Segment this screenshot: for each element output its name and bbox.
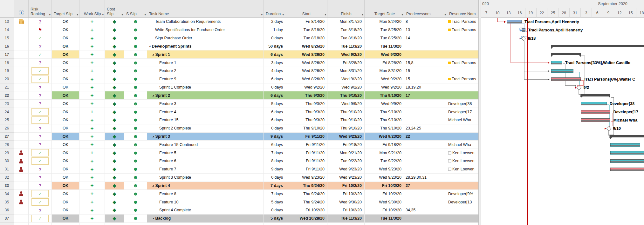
cell-risk-ranking[interactable]: ? bbox=[29, 165, 52, 174]
cell-target-date[interactable]: Wed 9/23/20 bbox=[365, 165, 404, 174]
cell-task-name[interactable]: Feature 4 bbox=[147, 108, 264, 116]
row-number[interactable]: 30 bbox=[0, 157, 14, 165]
cell-predecessors[interactable] bbox=[404, 42, 447, 50]
column-header-resource-names[interactable]: Resource Nam bbox=[447, 0, 478, 17]
cell-cost-slip[interactable]: ◆ bbox=[105, 198, 124, 206]
cell-risk-ranking[interactable]: ? bbox=[29, 223, 52, 225]
cell-cost-slip[interactable]: ◆ bbox=[105, 42, 124, 50]
cell-work-slip[interactable]: + bbox=[79, 206, 105, 215]
cell-indicators[interactable] bbox=[14, 100, 29, 108]
cell-work-slip[interactable]: + bbox=[79, 190, 105, 198]
filter-dropdown-icon[interactable]: ▾ bbox=[102, 13, 104, 16]
cell-target-date[interactable]: Wed 9/2/20 bbox=[365, 83, 404, 92]
cell-resource-names[interactable] bbox=[447, 50, 478, 59]
cell-cost-slip[interactable]: ◆ bbox=[105, 133, 124, 141]
cell-risk-ranking[interactable]: ✓ bbox=[29, 198, 52, 206]
cell-work-slip[interactable]: + bbox=[79, 174, 105, 182]
cell-indicators[interactable] bbox=[14, 108, 29, 116]
cell-task-name[interactable]: Feature 6 bbox=[147, 157, 264, 165]
cell-resource-names[interactable]: Michael Wha bbox=[447, 141, 478, 149]
cell-predecessors[interactable]: 8 bbox=[404, 18, 447, 26]
cell-risk-ranking[interactable]: ? bbox=[29, 83, 52, 92]
cell-start-date[interactable]: Fri 9/11/20 bbox=[285, 141, 327, 149]
cell-resource-names[interactable]: Developer[17 bbox=[447, 108, 478, 116]
row-number[interactable]: 32 bbox=[0, 174, 14, 182]
cell-duration[interactable]: 0 days bbox=[264, 174, 285, 182]
cell-duration[interactable]: 6 days bbox=[264, 108, 285, 116]
cell-s-slip[interactable]: ☻ bbox=[124, 157, 147, 165]
gantt-task-bar[interactable] bbox=[522, 28, 525, 32]
cell-duration[interactable]: 3 days bbox=[264, 59, 285, 67]
cell-resource-names[interactable] bbox=[447, 174, 478, 182]
cell-predecessors[interactable]: 23,24,25 bbox=[404, 124, 447, 133]
cell-duration[interactable] bbox=[264, 223, 285, 225]
cell-s-slip[interactable]: ☻ bbox=[124, 59, 147, 67]
cell-indicators[interactable] bbox=[14, 206, 29, 215]
row-number[interactable]: 28 bbox=[0, 141, 14, 149]
cell-target-slip[interactable]: OK bbox=[52, 157, 79, 165]
row-number[interactable] bbox=[0, 223, 14, 225]
cell-finish-date[interactable]: Wed 9/23/20 bbox=[327, 133, 365, 141]
cell-finish-date[interactable]: Wed 9/2/20 bbox=[327, 50, 365, 59]
cell-finish-date[interactable]: Tue 11/3/20 bbox=[327, 42, 365, 50]
cell-work-slip[interactable]: + bbox=[79, 26, 105, 34]
cell-cost-slip[interactable]: ◆ bbox=[105, 206, 124, 215]
cell-predecessors[interactable]: 17 bbox=[404, 91, 447, 100]
cell-task-name[interactable]: Sprint 1 Complete bbox=[147, 83, 264, 92]
cell-s-slip[interactable]: ☻ bbox=[124, 182, 147, 190]
cell-cost-slip[interactable]: ◆ bbox=[105, 141, 124, 149]
cell-target-date[interactable]: Tue 8/25/20 bbox=[365, 34, 404, 43]
cell-finish-date[interactable]: Tue 9/22/20 bbox=[327, 157, 365, 165]
cell-target-slip[interactable]: OK bbox=[52, 67, 79, 75]
cell-duration[interactable]: 7 days bbox=[264, 149, 285, 157]
cell-target-slip[interactable]: OK bbox=[52, 42, 79, 50]
cell-task-name[interactable]: Feature 15 bbox=[147, 116, 264, 124]
cell-work-slip[interactable]: + bbox=[79, 83, 105, 92]
cell-s-slip[interactable]: ☻ bbox=[124, 18, 147, 26]
cell-resource-names[interactable] bbox=[447, 182, 478, 190]
row-number[interactable]: 13 bbox=[0, 18, 14, 26]
collapse-triangle-icon[interactable]: ◢ bbox=[152, 94, 154, 97]
cell-risk-ranking[interactable]: ? bbox=[29, 42, 52, 50]
cell-indicators[interactable] bbox=[14, 174, 29, 182]
cell-target-slip[interactable]: OK bbox=[52, 50, 79, 59]
cell-start-date[interactable] bbox=[285, 223, 327, 225]
cell-duration[interactable]: 0 days bbox=[264, 206, 285, 215]
gantt-task-bar[interactable] bbox=[581, 102, 606, 105]
cell-start-date[interactable]: Wed 8/26/20 bbox=[285, 67, 327, 75]
row-number[interactable]: 17 bbox=[0, 50, 14, 59]
cell-target-date[interactable]: Thu 9/10/20 bbox=[365, 116, 404, 124]
cell-finish-date[interactable]: Thu 9/10/20 bbox=[327, 116, 365, 124]
cell-indicators[interactable] bbox=[14, 141, 29, 149]
cell-task-name[interactable]: Feature 1 bbox=[147, 59, 264, 67]
cell-task-name[interactable]: ◢Development Sprints bbox=[147, 42, 264, 50]
gantt-task-bar[interactable] bbox=[581, 118, 610, 122]
cell-risk-ranking[interactable]: ✓ bbox=[29, 116, 52, 124]
cell-task-name[interactable] bbox=[147, 223, 264, 225]
cell-duration[interactable]: 5 days bbox=[264, 198, 285, 206]
cell-finish-date[interactable]: Mon 8/17/20 bbox=[327, 18, 365, 26]
cell-duration[interactable]: 7 days bbox=[264, 182, 285, 190]
cell-risk-ranking[interactable]: ✓ bbox=[29, 34, 52, 43]
column-header-target-date[interactable]: Target Date ▾ bbox=[365, 0, 404, 17]
cell-s-slip[interactable]: ☻ bbox=[124, 34, 147, 43]
cell-work-slip[interactable]: + bbox=[79, 141, 105, 149]
filter-dropdown-icon[interactable]: ▾ bbox=[444, 13, 446, 16]
cell-target-date[interactable]: Fri 8/28/20 bbox=[365, 59, 404, 67]
cell-task-name[interactable]: ◢Sprint 3 bbox=[147, 133, 264, 141]
cell-finish-date[interactable]: Wed 9/30/20 bbox=[327, 198, 365, 206]
cell-start-date[interactable]: Fri 9/11/20 bbox=[285, 157, 327, 165]
cell-s-slip[interactable]: ☻ bbox=[124, 174, 147, 182]
cell-s-slip[interactable]: ☻ bbox=[124, 223, 147, 225]
cell-indicators[interactable] bbox=[14, 165, 29, 174]
cell-target-date[interactable]: Thu 9/10/20 bbox=[365, 124, 404, 133]
cell-predecessors[interactable]: 27 bbox=[404, 182, 447, 190]
cell-work-slip[interactable]: + bbox=[79, 182, 105, 190]
cell-indicators[interactable] bbox=[14, 133, 29, 141]
cell-predecessors[interactable] bbox=[404, 141, 447, 149]
gantt-task-bar[interactable] bbox=[610, 143, 640, 147]
cell-cost-slip[interactable]: ◆ bbox=[105, 108, 124, 116]
cell-target-date[interactable]: Fri 9/18/20 bbox=[365, 141, 404, 149]
cell-resource-names[interactable]: Traci Parsons bbox=[447, 26, 478, 34]
cell-resource-names[interactable] bbox=[447, 215, 478, 223]
